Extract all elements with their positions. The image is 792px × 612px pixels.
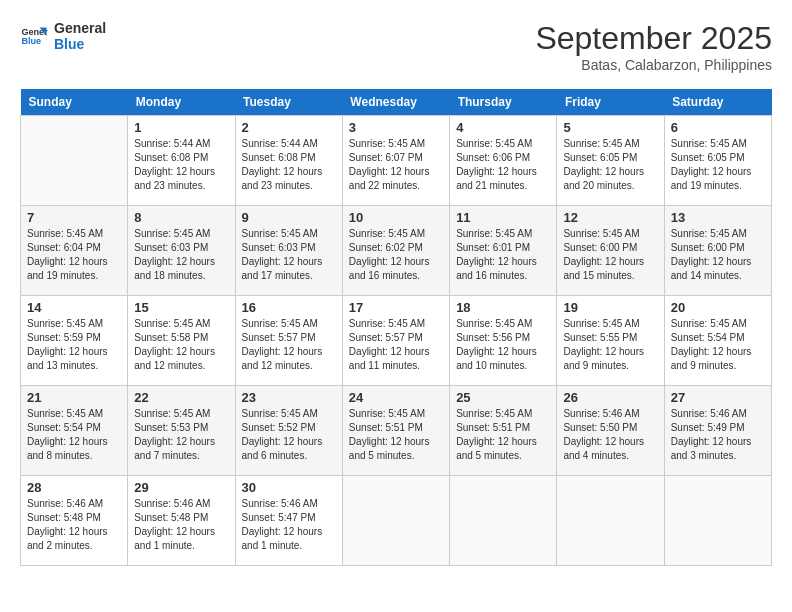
calendar-cell: 17Sunrise: 5:45 AM Sunset: 5:57 PM Dayli… [342,296,449,386]
day-info: Sunrise: 5:46 AM Sunset: 5:48 PM Dayligh… [27,497,121,553]
header: General Blue General Blue September 2025… [20,20,772,73]
calendar-cell: 16Sunrise: 5:45 AM Sunset: 5:57 PM Dayli… [235,296,342,386]
calendar-cell: 11Sunrise: 5:45 AM Sunset: 6:01 PM Dayli… [450,206,557,296]
day-info: Sunrise: 5:45 AM Sunset: 6:00 PM Dayligh… [563,227,657,283]
day-info: Sunrise: 5:46 AM Sunset: 5:47 PM Dayligh… [242,497,336,553]
day-number: 1 [134,120,228,135]
day-number: 12 [563,210,657,225]
day-number: 21 [27,390,121,405]
day-number: 19 [563,300,657,315]
day-info: Sunrise: 5:45 AM Sunset: 5:59 PM Dayligh… [27,317,121,373]
day-info: Sunrise: 5:45 AM Sunset: 6:04 PM Dayligh… [27,227,121,283]
day-header-sunday: Sunday [21,89,128,116]
calendar-cell: 6Sunrise: 5:45 AM Sunset: 6:05 PM Daylig… [664,116,771,206]
day-info: Sunrise: 5:45 AM Sunset: 5:52 PM Dayligh… [242,407,336,463]
day-info: Sunrise: 5:45 AM Sunset: 5:57 PM Dayligh… [242,317,336,373]
calendar-cell: 22Sunrise: 5:45 AM Sunset: 5:53 PM Dayli… [128,386,235,476]
calendar-cell: 29Sunrise: 5:46 AM Sunset: 5:48 PM Dayli… [128,476,235,566]
day-number: 7 [27,210,121,225]
day-info: Sunrise: 5:45 AM Sunset: 5:54 PM Dayligh… [671,317,765,373]
calendar-cell [664,476,771,566]
logo-line1: General [54,20,106,36]
day-info: Sunrise: 5:45 AM Sunset: 5:57 PM Dayligh… [349,317,443,373]
day-info: Sunrise: 5:45 AM Sunset: 5:55 PM Dayligh… [563,317,657,373]
calendar-cell [557,476,664,566]
day-number: 24 [349,390,443,405]
day-number: 16 [242,300,336,315]
day-info: Sunrise: 5:45 AM Sunset: 6:06 PM Dayligh… [456,137,550,193]
day-info: Sunrise: 5:45 AM Sunset: 6:05 PM Dayligh… [563,137,657,193]
calendar-cell [21,116,128,206]
day-info: Sunrise: 5:45 AM Sunset: 6:02 PM Dayligh… [349,227,443,283]
calendar-cell: 14Sunrise: 5:45 AM Sunset: 5:59 PM Dayli… [21,296,128,386]
calendar-cell: 21Sunrise: 5:45 AM Sunset: 5:54 PM Dayli… [21,386,128,476]
calendar-cell: 24Sunrise: 5:45 AM Sunset: 5:51 PM Dayli… [342,386,449,476]
day-info: Sunrise: 5:45 AM Sunset: 6:01 PM Dayligh… [456,227,550,283]
calendar-cell: 27Sunrise: 5:46 AM Sunset: 5:49 PM Dayli… [664,386,771,476]
day-info: Sunrise: 5:45 AM Sunset: 6:03 PM Dayligh… [134,227,228,283]
calendar-cell: 8Sunrise: 5:45 AM Sunset: 6:03 PM Daylig… [128,206,235,296]
day-number: 20 [671,300,765,315]
day-info: Sunrise: 5:45 AM Sunset: 5:53 PM Dayligh… [134,407,228,463]
svg-text:Blue: Blue [21,36,41,46]
day-number: 23 [242,390,336,405]
day-number: 9 [242,210,336,225]
day-info: Sunrise: 5:45 AM Sunset: 6:07 PM Dayligh… [349,137,443,193]
calendar-cell: 4Sunrise: 5:45 AM Sunset: 6:06 PM Daylig… [450,116,557,206]
calendar-cell: 23Sunrise: 5:45 AM Sunset: 5:52 PM Dayli… [235,386,342,476]
day-info: Sunrise: 5:45 AM Sunset: 5:56 PM Dayligh… [456,317,550,373]
calendar-cell: 26Sunrise: 5:46 AM Sunset: 5:50 PM Dayli… [557,386,664,476]
day-info: Sunrise: 5:45 AM Sunset: 6:03 PM Dayligh… [242,227,336,283]
calendar-cell: 18Sunrise: 5:45 AM Sunset: 5:56 PM Dayli… [450,296,557,386]
day-header-thursday: Thursday [450,89,557,116]
day-number: 26 [563,390,657,405]
day-number: 4 [456,120,550,135]
day-number: 5 [563,120,657,135]
day-info: Sunrise: 5:46 AM Sunset: 5:48 PM Dayligh… [134,497,228,553]
calendar-header: SundayMondayTuesdayWednesdayThursdayFrid… [21,89,772,116]
day-info: Sunrise: 5:46 AM Sunset: 5:50 PM Dayligh… [563,407,657,463]
day-header-saturday: Saturday [664,89,771,116]
day-info: Sunrise: 5:45 AM Sunset: 6:05 PM Dayligh… [671,137,765,193]
day-info: Sunrise: 5:45 AM Sunset: 5:51 PM Dayligh… [456,407,550,463]
day-number: 6 [671,120,765,135]
day-header-friday: Friday [557,89,664,116]
calendar-body: 1Sunrise: 5:44 AM Sunset: 6:08 PM Daylig… [21,116,772,566]
calendar-cell: 12Sunrise: 5:45 AM Sunset: 6:00 PM Dayli… [557,206,664,296]
day-number: 2 [242,120,336,135]
day-number: 22 [134,390,228,405]
calendar-cell: 7Sunrise: 5:45 AM Sunset: 6:04 PM Daylig… [21,206,128,296]
calendar-cell: 3Sunrise: 5:45 AM Sunset: 6:07 PM Daylig… [342,116,449,206]
logo: General Blue General Blue [20,20,106,52]
day-number: 10 [349,210,443,225]
calendar-cell: 5Sunrise: 5:45 AM Sunset: 6:05 PM Daylig… [557,116,664,206]
calendar-cell: 2Sunrise: 5:44 AM Sunset: 6:08 PM Daylig… [235,116,342,206]
day-info: Sunrise: 5:45 AM Sunset: 5:58 PM Dayligh… [134,317,228,373]
calendar-cell: 10Sunrise: 5:45 AM Sunset: 6:02 PM Dayli… [342,206,449,296]
title-area: September 2025 Batas, Calabarzon, Philip… [535,20,772,73]
day-info: Sunrise: 5:44 AM Sunset: 6:08 PM Dayligh… [242,137,336,193]
day-number: 15 [134,300,228,315]
day-info: Sunrise: 5:45 AM Sunset: 6:00 PM Dayligh… [671,227,765,283]
calendar-cell: 13Sunrise: 5:45 AM Sunset: 6:00 PM Dayli… [664,206,771,296]
day-info: Sunrise: 5:45 AM Sunset: 5:54 PM Dayligh… [27,407,121,463]
calendar-cell: 1Sunrise: 5:44 AM Sunset: 6:08 PM Daylig… [128,116,235,206]
day-number: 25 [456,390,550,405]
day-number: 14 [27,300,121,315]
logo-icon: General Blue [20,22,48,50]
calendar-cell [342,476,449,566]
calendar-table: SundayMondayTuesdayWednesdayThursdayFrid… [20,89,772,566]
month-title: September 2025 [535,20,772,57]
day-info: Sunrise: 5:46 AM Sunset: 5:49 PM Dayligh… [671,407,765,463]
day-header-wednesday: Wednesday [342,89,449,116]
day-number: 29 [134,480,228,495]
day-number: 13 [671,210,765,225]
day-number: 3 [349,120,443,135]
calendar-cell: 15Sunrise: 5:45 AM Sunset: 5:58 PM Dayli… [128,296,235,386]
day-info: Sunrise: 5:45 AM Sunset: 5:51 PM Dayligh… [349,407,443,463]
logo-line2: Blue [54,36,106,52]
day-info: Sunrise: 5:44 AM Sunset: 6:08 PM Dayligh… [134,137,228,193]
day-header-tuesday: Tuesday [235,89,342,116]
day-number: 18 [456,300,550,315]
day-header-monday: Monday [128,89,235,116]
